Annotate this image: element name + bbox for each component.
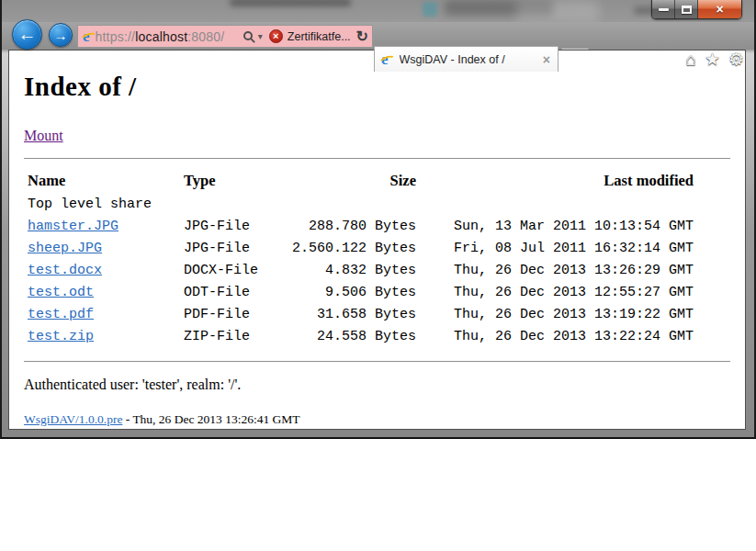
file-modified: Thu, 26 Dec 2013 12:55:27 GMT [416,281,694,303]
divider [24,361,730,362]
ie-favicon-icon: e [83,28,90,44]
file-size: 4.832 Bytes [276,259,416,281]
file-link[interactable]: test.pdf [28,307,94,322]
file-modified: Fri, 08 Jul 2011 16:32:14 GMT [416,237,694,259]
search-icon[interactable] [243,31,253,40]
table-row: test.odt ODT-File 9.506 Bytes Thu, 26 De… [28,281,694,303]
home-icon[interactable]: ⌂ [685,51,695,68]
mount-link[interactable]: Mount [24,128,63,143]
back-button[interactable]: ← [12,19,42,50]
forward-button[interactable]: → [49,23,73,47]
file-size: 9.506 Bytes [276,281,416,303]
authenticated-user-line: Authenticated user: 'tester', realm: '/'… [24,377,730,393]
file-modified: Thu, 26 Dec 2013 13:19:22 GMT [416,303,694,325]
close-icon: × [716,3,723,16]
column-header-name: Name [28,169,184,193]
back-arrow-icon: ← [18,24,37,45]
page-viewport: Index of / Mount Name Type Size Last mod… [8,50,746,430]
chevron-down-icon[interactable]: ▾ [258,31,263,41]
blurred-background [423,2,437,17]
settings-gear-icon[interactable]: ⚙ [728,51,744,68]
page-title: Index of / [24,73,730,101]
address-bar[interactable]: e https://localhost:8080/ ▾ × Zertifikat… [77,25,373,48]
blurred-background [230,0,351,6]
certificate-error-icon[interactable]: × [269,29,283,43]
column-header-modified: Last modified [416,169,694,193]
minimize-icon [659,8,669,11]
maximize-icon [682,6,692,14]
tab-close-icon[interactable]: × [542,53,551,66]
directory-listing-table: Name Type Size Last modified Top level s… [28,169,694,347]
file-size: 288.780 Bytes [276,215,416,237]
file-link[interactable]: test.odt [28,285,94,300]
column-header-size: Size [276,169,416,193]
file-link[interactable]: test.docx [28,263,102,278]
file-type: JPG-File [184,215,276,237]
url-text[interactable]: https://localhost:8080/ [96,29,240,44]
table-row: test.docx DOCX-File 4.832 Bytes Thu, 26 … [28,259,694,281]
refresh-icon[interactable]: ↻ [356,29,368,44]
file-type: ZIP-File [184,325,276,347]
table-row: Top level share [28,193,694,215]
favorites-star-icon[interactable]: ★ [705,51,720,68]
file-size: 24.558 Bytes [276,325,416,347]
file-type: ODT-File [184,281,276,303]
server-footer: WsgiDAV/1.0.0.pre - Thu, 26 Dec 2013 13:… [24,412,730,427]
column-header-type: Type [184,169,276,193]
url-host: localhost [135,29,187,44]
table-row: test.zip ZIP-File 24.558 Bytes Thu, 26 D… [28,325,694,347]
file-size: 31.658 Bytes [276,303,416,325]
ie-favicon-icon: e [381,51,389,67]
file-type: DOCX-File [184,259,276,281]
file-type: PDF-File [184,303,276,325]
table-row: sheep.JPG JPG-File 2.560.122 Bytes Fri, … [28,237,694,259]
title-bar [2,0,754,22]
file-size: 2.560.122 Bytes [276,237,416,259]
divider [24,158,730,159]
file-type: JPG-File [184,237,276,259]
window-controls: × [651,0,742,19]
maximize-button[interactable] [675,0,698,18]
close-button[interactable]: × [698,0,741,18]
file-link[interactable]: hamster.JPG [28,219,118,234]
table-header-row: Name Type Size Last modified [28,169,694,193]
file-link[interactable]: sheep.JPG [28,241,102,256]
blurred-background [516,0,599,22]
share-note: Top level share [28,193,694,215]
table-row: test.pdf PDF-File 31.658 Bytes Thu, 26 D… [28,303,694,325]
url-port-path: :8080/ [187,29,224,44]
browser-window: × e WsgiDAV - Index of / × ⌂ ★ ⚙ ← → e h… [0,0,756,439]
file-link[interactable]: test.zip [28,329,94,344]
file-modified: Thu, 26 Dec 2013 13:22:24 GMT [416,325,694,347]
file-modified: Sun, 13 Mar 2011 10:13:54 GMT [416,215,694,237]
url-protocol: https:// [96,29,136,44]
tab-wsgidav[interactable]: e WsgiDAV - Index of / × [374,46,559,72]
file-modified: Thu, 26 Dec 2013 13:26:29 GMT [416,259,694,281]
forward-arrow-icon: → [54,28,68,43]
minimize-button[interactable] [652,0,675,18]
table-row: hamster.JPG JPG-File 288.780 Bytes Sun, … [28,215,694,237]
tab-title: WsgiDAV - Index of / [400,53,542,66]
footer-timestamp: - Thu, 26 Dec 2013 13:26:41 GMT [122,412,299,426]
certificate-error-label[interactable]: Zertifikatfe... [288,30,351,43]
wsgidav-version-link[interactable]: WsgiDAV/1.0.0.pre [24,412,122,426]
